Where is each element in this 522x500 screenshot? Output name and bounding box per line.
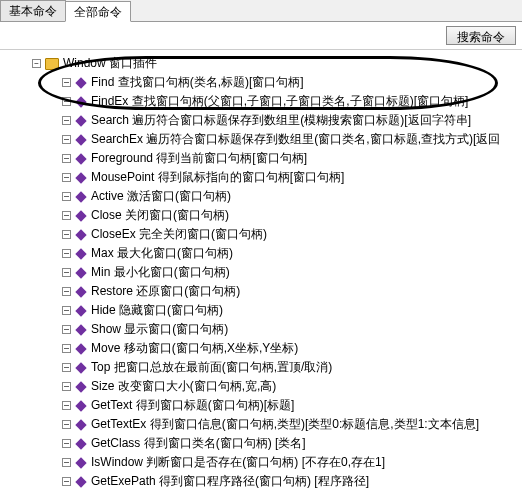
tab-bar: 基本命令 全部命令 [0, 0, 522, 22]
tree-item[interactable]: Find 查找窗口句柄(类名,标题)[窗口句柄] [6, 73, 516, 92]
tree-item[interactable]: MousePoint 得到鼠标指向的窗口句柄[窗口句柄] [6, 168, 516, 187]
tree-item-label: Min 最小化窗口(窗口句柄) [91, 264, 230, 281]
diamond-icon [75, 286, 86, 297]
diamond-icon [75, 457, 86, 468]
tree-item[interactable]: GetText 得到窗口标题(窗口句柄)[标题] [6, 396, 516, 415]
diamond-icon [75, 324, 86, 335]
collapse-icon[interactable]: − [32, 59, 41, 68]
tree-leaf-icon [62, 116, 71, 125]
diamond-icon [75, 134, 86, 145]
tree-item-label: Move 移动窗口(窗口句柄,X坐标,Y坐标) [91, 340, 298, 357]
tree-leaf-icon [62, 401, 71, 410]
tree-item-label: IsWindow 判断窗口是否存在(窗口句柄) [不存在0,存在1] [91, 454, 385, 471]
tree-item-label: SearchEx 遍历符合窗口标题保存到数组里(窗口类名,窗口标题,查找方式)[… [91, 131, 500, 148]
tree-item[interactable]: Move 移动窗口(窗口句柄,X坐标,Y坐标) [6, 339, 516, 358]
diamond-icon [75, 438, 86, 449]
folder-icon [45, 58, 59, 70]
tree-item[interactable]: GetTextEx 得到窗口信息(窗口句柄,类型)[类型0:标题信息,类型1:文… [6, 415, 516, 434]
tree-leaf-icon [62, 287, 71, 296]
tree-item[interactable]: Show 显示窗口(窗口句柄) [6, 320, 516, 339]
tree-item[interactable]: Search 遍历符合窗口标题保存到数组里(模糊搜索窗口标题)[返回字符串] [6, 111, 516, 130]
toolbar: 搜索命令 [0, 22, 522, 50]
diamond-icon [75, 476, 86, 487]
tree-leaf-icon [62, 230, 71, 239]
tree-leaf-icon [62, 249, 71, 258]
tree-root-window-plugin[interactable]: − Window 窗口插件 [6, 54, 516, 73]
tab-all-commands[interactable]: 全部命令 [65, 1, 131, 22]
tree-item[interactable]: Hide 隐藏窗口(窗口句柄) [6, 301, 516, 320]
diamond-icon [75, 77, 86, 88]
tree-item[interactable]: Min 最小化窗口(窗口句柄) [6, 263, 516, 282]
tree-leaf-icon [62, 78, 71, 87]
tree-item-label: Size 改变窗口大小(窗口句柄,宽,高) [91, 378, 276, 395]
tree-item[interactable]: Max 最大化窗口(窗口句柄) [6, 244, 516, 263]
diamond-icon [75, 153, 86, 164]
tree-leaf-icon [62, 306, 71, 315]
tree-item[interactable]: CloseEx 完全关闭窗口(窗口句柄) [6, 225, 516, 244]
diamond-icon [75, 172, 86, 183]
tree-item-label: Close 关闭窗口(窗口句柄) [91, 207, 229, 224]
tree-item-label: Max 最大化窗口(窗口句柄) [91, 245, 233, 262]
tree-item-label: FindEx 查找窗口句柄(父窗口,子窗口,子窗口类名,子窗口标题)[窗口句柄] [91, 93, 468, 110]
diamond-icon [75, 381, 86, 392]
tree-leaf-icon [62, 97, 71, 106]
diamond-icon [75, 210, 86, 221]
tree-leaf-icon [62, 363, 71, 372]
tree-leaf-icon [62, 458, 71, 467]
tree-leaf-icon [62, 154, 71, 163]
tree-item[interactable]: Top 把窗口总放在最前面(窗口句柄,置顶/取消) [6, 358, 516, 377]
diamond-icon [75, 419, 86, 430]
tree-leaf-icon [62, 173, 71, 182]
diamond-icon [75, 191, 86, 202]
tree-item-label: CloseEx 完全关闭窗口(窗口句柄) [91, 226, 267, 243]
tree-item[interactable]: FindEx 查找窗口句柄(父窗口,子窗口,子窗口类名,子窗口标题)[窗口句柄] [6, 92, 516, 111]
diamond-icon [75, 343, 86, 354]
tree-item-label: MousePoint 得到鼠标指向的窗口句柄[窗口句柄] [91, 169, 344, 186]
tree-item-label: Active 激活窗口(窗口句柄) [91, 188, 231, 205]
diamond-icon [75, 362, 86, 373]
tree-leaf-icon [62, 439, 71, 448]
tree-item[interactable]: Foreground 得到当前窗口句柄[窗口句柄] [6, 149, 516, 168]
tree-item[interactable]: Restore 还原窗口(窗口句柄) [6, 282, 516, 301]
tree-item[interactable]: GetClass 得到窗口类名(窗口句柄) [类名] [6, 434, 516, 453]
tree-item-label: GetExePath 得到窗口程序路径(窗口句柄) [程序路径] [91, 473, 369, 490]
tree-leaf-icon [62, 135, 71, 144]
tree-leaf-icon [62, 325, 71, 334]
tree-item-label: Hide 隐藏窗口(窗口句柄) [91, 302, 223, 319]
diamond-icon [75, 115, 86, 126]
tree-item-label: Top 把窗口总放在最前面(窗口句柄,置顶/取消) [91, 359, 332, 376]
diamond-icon [75, 229, 86, 240]
tree-leaf-icon [62, 420, 71, 429]
tree-item[interactable]: SearchEx 遍历符合窗口标题保存到数组里(窗口类名,窗口标题,查找方式)[… [6, 130, 516, 149]
tree-leaf-icon [62, 211, 71, 220]
tree-item-label: Restore 还原窗口(窗口句柄) [91, 283, 240, 300]
diamond-icon [75, 400, 86, 411]
diamond-icon [75, 305, 86, 316]
tree-item-label: GetClass 得到窗口类名(窗口句柄) [类名] [91, 435, 306, 452]
diamond-icon [75, 96, 86, 107]
command-tree[interactable]: − Window 窗口插件 Find 查找窗口句柄(类名,标题)[窗口句柄]Fi… [0, 50, 522, 500]
tree-leaf-icon [62, 382, 71, 391]
tree-leaf-icon [62, 268, 71, 277]
tree-item-label: Show 显示窗口(窗口句柄) [91, 321, 228, 338]
diamond-icon [75, 267, 86, 278]
tree-leaf-icon [62, 477, 71, 486]
search-commands-button[interactable]: 搜索命令 [446, 26, 516, 45]
tree-leaf-icon [62, 344, 71, 353]
tree-item-label: GetTextEx 得到窗口信息(窗口句柄,类型)[类型0:标题信息,类型1:文… [91, 416, 479, 433]
tree-item[interactable]: GetExePath 得到窗口程序路径(窗口句柄) [程序路径] [6, 472, 516, 491]
tree-item-label: Foreground 得到当前窗口句柄[窗口句柄] [91, 150, 307, 167]
tab-basic-commands[interactable]: 基本命令 [0, 0, 66, 21]
tree-root-label: Window 窗口插件 [63, 55, 157, 72]
tree-item[interactable]: Size 改变窗口大小(窗口句柄,宽,高) [6, 377, 516, 396]
diamond-icon [75, 248, 86, 259]
tree-item-label: Search 遍历符合窗口标题保存到数组里(模糊搜索窗口标题)[返回字符串] [91, 112, 471, 129]
tree-item-label: Find 查找窗口句柄(类名,标题)[窗口句柄] [91, 74, 304, 91]
tree-item[interactable]: Close 关闭窗口(窗口句柄) [6, 206, 516, 225]
tree-leaf-icon [62, 192, 71, 201]
tree-item-label: GetText 得到窗口标题(窗口句柄)[标题] [91, 397, 294, 414]
tree-item[interactable]: Active 激活窗口(窗口句柄) [6, 187, 516, 206]
tree-item[interactable]: IsWindow 判断窗口是否存在(窗口句柄) [不存在0,存在1] [6, 453, 516, 472]
